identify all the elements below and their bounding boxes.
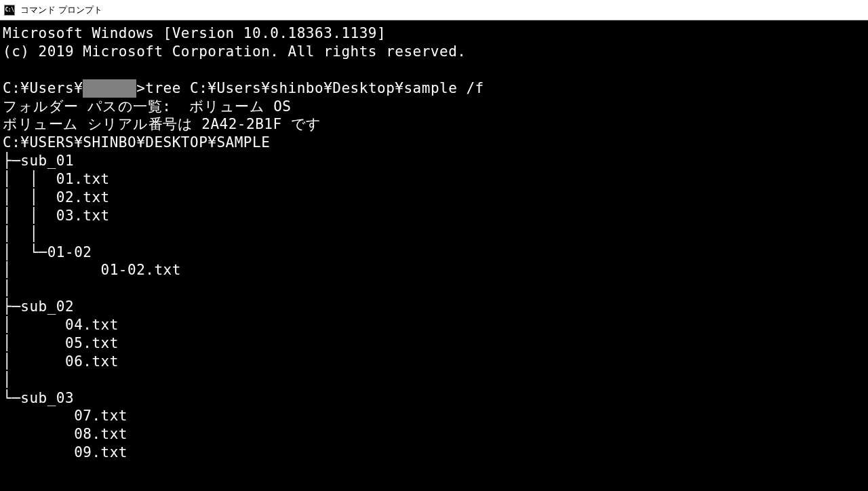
tree-line: │ 06.txt: [3, 353, 119, 370]
tree-line: │ │ 01.txt: [3, 171, 110, 187]
volume-line-1: フォルダー パスの一覧: ボリューム OS: [3, 98, 292, 115]
banner-line-1: Microsoft Windows [Version 10.0.18363.11…: [3, 25, 386, 41]
volume-line-2: ボリューム シリアル番号は 2A42-2B1F です: [3, 116, 321, 132]
tree-root: C:¥USERS¥SHINBO¥DESKTOP¥SAMPLE: [3, 134, 270, 151]
tree-line: │ 05.txt: [3, 335, 119, 351]
tree-line: ├─sub_02: [3, 298, 74, 315]
titlebar[interactable]: C:\ コマンド プロンプト: [0, 0, 868, 20]
tree-line: 07.txt: [3, 408, 127, 424]
tree-line: └─sub_03: [3, 390, 74, 406]
tree-line: │: [3, 280, 12, 296]
terminal-output[interactable]: Microsoft Windows [Version 10.0.18363.11…: [0, 20, 868, 491]
tree-line: │ │ 03.txt: [3, 208, 110, 224]
tree-line: │ 04.txt: [3, 317, 119, 333]
prompt-prefix: C:¥Users¥: [3, 80, 83, 96]
tree-line: │: [3, 372, 12, 388]
prompt-command: >tree C:¥Users¥shinbo¥Desktop¥sample /f: [136, 80, 484, 96]
tree-line: 08.txt: [3, 426, 127, 442]
tree-line: 09.txt: [3, 444, 127, 460]
command-prompt-window: C:\ コマンド プロンプト Microsoft Windows [Versio…: [0, 0, 868, 491]
redacted-username: [83, 79, 136, 98]
tree-line: │ │ 02.txt: [3, 189, 110, 205]
tree-line: │ 01-02.txt: [3, 262, 181, 278]
banner-line-2: (c) 2019 Microsoft Corporation. All righ…: [3, 43, 466, 60]
cmd-icon: C:\: [4, 5, 15, 16]
window-title: コマンド プロンプト: [20, 4, 102, 16]
tree-line: │ └─01-02: [3, 244, 92, 260]
tree-line: │ │: [3, 226, 39, 242]
tree-line: ├─sub_01: [3, 153, 74, 169]
